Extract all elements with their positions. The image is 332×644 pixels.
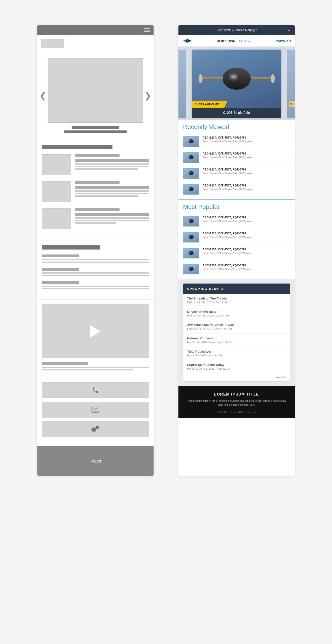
- svg-point-10: [189, 139, 194, 143]
- wireframe-logo-row: [37, 35, 154, 52]
- mockup-device: John Smith – Service Manager DANA Dealer…: [178, 25, 295, 476]
- product-list-item[interactable]: ABC-1234, XYZ-4567, PQR-6789Brand Name® …: [183, 181, 290, 197]
- wireframe-video-section: [37, 300, 154, 377]
- wireframe-device: ❮ ❯: [37, 25, 154, 476]
- footer-body: Lorem ipsum dolor sit amet, consectetur …: [187, 399, 286, 407]
- event-title: National Convention: [187, 336, 286, 340]
- section-heading-placeholder: [42, 145, 113, 149]
- svg-point-31: [190, 220, 191, 221]
- mockup-header: John Smith – Service Manager: [178, 25, 295, 35]
- event-item[interactable]: Driveshaft the BandFebruary 24-25, 2018 …: [183, 307, 290, 320]
- svg-point-28: [198, 188, 198, 190]
- event-item[interactable]: Awesomesauce® Special EventFebruary 26-2…: [183, 320, 290, 334]
- video-placeholder[interactable]: [42, 304, 149, 358]
- event-meta: March 1-4, 2018 | Farmington Hills, MI: [187, 341, 286, 344]
- svg-point-18: [198, 156, 198, 158]
- svg-point-27: [184, 188, 184, 190]
- chat-icon: [92, 426, 99, 433]
- carousel-next-icon[interactable]: ❯: [144, 91, 151, 100]
- hamburger-icon[interactable]: [182, 29, 186, 31]
- carousel-card[interactable]: JUST LAUNCHED! 01001 Single Axle: [192, 50, 281, 118]
- product-item-title: ABC-1234, XYZ-4567, PQR-6789: [202, 136, 290, 139]
- navistar-logo: NAVISTAR: [276, 39, 291, 42]
- product-thumb: [183, 248, 199, 258]
- user-role-label: John Smith – Service Manager: [217, 28, 256, 32]
- wireframe-text-section: [37, 240, 154, 300]
- svg-point-35: [189, 235, 194, 239]
- svg-point-16: [190, 156, 191, 158]
- carousel-peek-prev[interactable]: [178, 50, 186, 118]
- phone-button[interactable]: [42, 382, 149, 398]
- svg-point-48: [198, 268, 198, 270]
- axle-icon: [196, 60, 277, 97]
- svg-point-46: [190, 268, 191, 269]
- product-image: JUST LAUNCHED!: [192, 50, 281, 108]
- svg-point-12: [184, 140, 184, 142]
- wireframe-header: [37, 25, 154, 35]
- dealer-portal-label: Dealer Portal: [217, 39, 235, 42]
- svg-point-4: [198, 74, 202, 83]
- wireframe-list-item[interactable]: [42, 208, 149, 229]
- chat-button[interactable]: [42, 421, 149, 437]
- svg-point-33: [198, 220, 198, 222]
- event-item[interactable]: TMC TradeshowMarch 5-8, 2018 | Atlanta, …: [183, 347, 290, 360]
- wireframe-list-item[interactable]: [42, 154, 149, 175]
- svg-point-38: [198, 236, 198, 238]
- product-title: 01001 Single Axle: [192, 108, 281, 118]
- svg-point-32: [184, 220, 184, 222]
- carousel-image-placeholder[interactable]: [48, 58, 143, 122]
- product-thumb: [183, 264, 199, 274]
- product-thumb: [183, 184, 199, 194]
- svg-point-8: [231, 75, 236, 78]
- svg-point-26: [190, 188, 191, 189]
- svg-point-47: [184, 268, 184, 270]
- carousel-prev-icon[interactable]: ❮: [40, 91, 47, 100]
- event-item[interactable]: SuperFUN® Easter ShowMarch 30-April 1, 2…: [183, 360, 290, 373]
- event-item[interactable]: The Threads of Tire TreadsFebruary 21-24…: [183, 294, 290, 307]
- event-title: SuperFUN® Easter Show: [187, 363, 286, 366]
- product-list-item[interactable]: ABC-1234, XYZ-4567, PQR-6789Brand Name® …: [183, 133, 290, 149]
- svg-point-42: [184, 252, 184, 254]
- hamburger-icon[interactable]: [144, 28, 150, 32]
- product-thumb: [183, 232, 199, 242]
- view-all-link[interactable]: view all ›: [183, 373, 290, 382]
- brand-row: DANA Dealer Portal SERVICE NAVISTAR: [178, 35, 295, 47]
- product-item-title: ABC-1234, XYZ-4567, PQR-6789: [202, 232, 290, 235]
- mockup-footer: LOREM IPSUM TITLE Lorem ipsum dolor sit …: [178, 386, 295, 418]
- event-item[interactable]: National ConventionMarch 1-4, 2018 | Far…: [183, 334, 290, 347]
- footer-label: Footer: [89, 459, 102, 463]
- section-heading-placeholder: [42, 245, 100, 250]
- product-thumb: [183, 216, 199, 226]
- event-title: The Threads of Tire Treads: [187, 296, 286, 300]
- service-label: SERVICE: [237, 40, 251, 42]
- product-item-desc: Brand Name® Non-Driven Steer (ABC) axles…: [202, 220, 290, 223]
- product-item-title: ABC-1234, XYZ-4567, PQR-6789: [202, 168, 290, 171]
- product-item-desc: Brand Name® Non-Driven Steer (ABC) axles…: [202, 236, 290, 239]
- footer-title: LOREM IPSUM TITLE: [187, 392, 286, 396]
- svg-point-40: [189, 251, 194, 255]
- search-icon[interactable]: [288, 28, 291, 32]
- email-button[interactable]: [42, 402, 149, 418]
- section-heading: Recently Viewed: [183, 124, 290, 130]
- product-list-item[interactable]: ABC-1234, XYZ-4567, PQR-6789Brand Name® …: [183, 213, 290, 229]
- svg-point-17: [184, 156, 184, 158]
- product-item-desc: Brand Name® Non-Driven Steer (ABC) axles…: [202, 252, 290, 255]
- product-list-item[interactable]: ABC-1234, XYZ-4567, PQR-6789Brand Name® …: [183, 245, 290, 261]
- product-list-item[interactable]: ABC-1234, XYZ-4567, PQR-6789Brand Name® …: [183, 229, 290, 245]
- product-list-item[interactable]: ABC-1234, XYZ-4567, PQR-6789Brand Name® …: [183, 165, 290, 181]
- svg-point-13: [198, 140, 198, 142]
- product-list-item[interactable]: ABC-1234, XYZ-4567, PQR-6789Brand Name® …: [183, 149, 290, 165]
- wireframe-list-item[interactable]: [42, 181, 149, 202]
- product-item-desc: Brand Name® Non-Driven Steer (ABC) axles…: [202, 156, 290, 159]
- event-title: Driveshaft the Band: [187, 310, 286, 314]
- svg-point-22: [184, 172, 184, 174]
- play-icon: [90, 325, 101, 338]
- svg-point-23: [198, 172, 198, 174]
- product-list-item[interactable]: ABC-1234, XYZ-4567, PQR-6789Brand Name® …: [183, 261, 290, 277]
- product-item-title: ABC-1234, XYZ-4567, PQR-6789: [202, 216, 290, 219]
- carousel-peek-next[interactable]: NE: [287, 50, 295, 118]
- wireframe-footer: Footer: [37, 446, 154, 476]
- product-item-desc: Brand Name® Non-Driven Steer (ABC) axles…: [202, 140, 290, 143]
- dana-logo: DANA: [182, 38, 193, 44]
- product-thumb: [183, 168, 199, 178]
